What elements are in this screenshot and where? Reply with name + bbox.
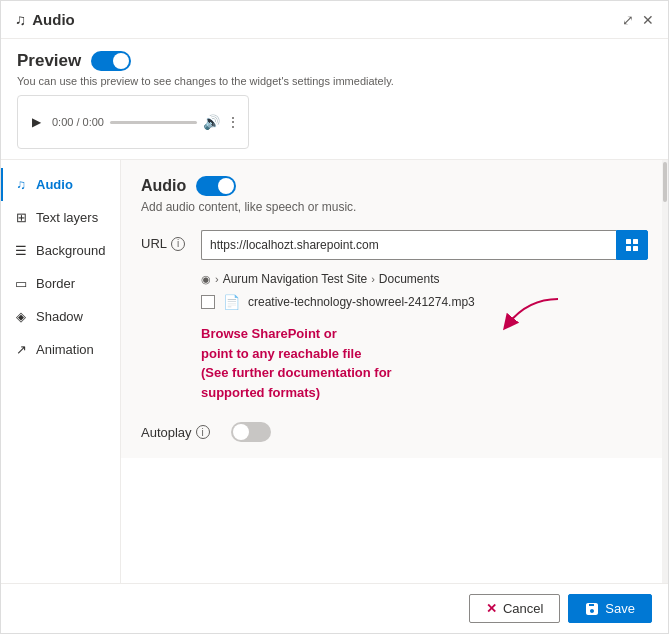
sidebar-item-shadow[interactable]: ◈ Shadow: [1, 300, 120, 333]
breadcrumb-folder[interactable]: Documents: [379, 272, 440, 286]
play-button[interactable]: ▶: [26, 112, 46, 132]
annotation-arrow: [488, 294, 568, 337]
file-row: 📄 creative-technology-showreel-241274.mp…: [201, 294, 648, 310]
panel-title-row: Audio: [141, 176, 648, 196]
preview-title-row: Preview: [17, 51, 652, 71]
svg-rect-3: [633, 246, 638, 251]
audio-panel-toggle[interactable]: [196, 176, 236, 196]
annotation-line-2: point to any reachable file: [201, 344, 648, 364]
modal-title-text: Audio: [32, 11, 75, 28]
modal-header-actions: ⤢ ✕: [622, 12, 654, 28]
sidebar-item-border[interactable]: ▭ Border: [1, 267, 120, 300]
panel-title: Audio: [141, 177, 186, 195]
close-icon[interactable]: ✕: [642, 12, 654, 28]
background-sidebar-icon: ☰: [13, 243, 29, 258]
cancel-x-icon: ✕: [486, 601, 497, 616]
panel-wrapper: Audio Add audio content, like speech or …: [121, 160, 668, 583]
panel-subtitle: Add audio content, like speech or music.: [141, 200, 648, 214]
modal-header: ♫ Audio ⤢ ✕: [1, 1, 668, 39]
sidebar-item-border-label: Border: [36, 276, 75, 291]
sidebar-item-shadow-label: Shadow: [36, 309, 83, 324]
modal-title: ♫ Audio: [15, 11, 75, 28]
shadow-sidebar-icon: ◈: [13, 309, 29, 324]
url-browse-button[interactable]: [616, 230, 648, 260]
file-name: creative-technology-showreel-241274.mp3: [248, 295, 475, 309]
autoplay-label: Autoplay i: [141, 425, 221, 440]
file-checkbox[interactable]: [201, 295, 215, 309]
scrollbar-track: [662, 160, 668, 583]
save-label: Save: [605, 601, 635, 616]
more-options-icon[interactable]: ⋮: [226, 114, 240, 130]
settings-panel: Audio Add audio content, like speech or …: [121, 160, 668, 458]
sidebar-item-text-layers[interactable]: ⊞ Text layers: [1, 201, 120, 234]
audio-sidebar-icon: ♫: [13, 177, 29, 192]
breadcrumb-chevron-2: ›: [371, 273, 375, 285]
animation-sidebar-icon: ↗: [13, 342, 29, 357]
preview-toggle[interactable]: [91, 51, 131, 71]
scrollbar-thumb[interactable]: [663, 162, 667, 202]
url-form-row: URL i: [141, 230, 648, 260]
browse-icon: [624, 237, 640, 253]
sidebar-item-audio-label: Audio: [36, 177, 73, 192]
breadcrumb-site-name[interactable]: Aurum Navigation Test Site: [223, 272, 368, 286]
autoplay-info-icon[interactable]: i: [196, 425, 210, 439]
main-content: ♫ Audio ⊞ Text layers ☰ Background ▭ Bor…: [1, 160, 668, 583]
sidebar-item-animation-label: Animation: [36, 342, 94, 357]
modal-footer: ✕ Cancel Save: [1, 583, 668, 633]
sidebar-item-background[interactable]: ☰ Background: [1, 234, 120, 267]
sidebar-item-animation[interactable]: ↗ Animation: [1, 333, 120, 366]
cancel-button[interactable]: ✕ Cancel: [469, 594, 560, 623]
preview-section: Preview You can use this preview to see …: [1, 39, 668, 160]
annotation-line-4: supported formats): [201, 383, 648, 403]
sidebar: ♫ Audio ⊞ Text layers ☰ Background ▭ Bor…: [1, 160, 121, 583]
save-icon: [585, 602, 599, 616]
annotation-container: Browse SharePoint or point to any reacha…: [201, 324, 648, 402]
sidebar-item-background-label: Background: [36, 243, 105, 258]
svg-rect-2: [626, 246, 631, 251]
border-sidebar-icon: ▭: [13, 276, 29, 291]
audio-title-icon: ♫: [15, 11, 26, 28]
expand-icon[interactable]: ⤢: [622, 12, 634, 28]
time-display: 0:00 / 0:00: [52, 116, 104, 128]
svg-rect-1: [633, 239, 638, 244]
modal-container: ♫ Audio ⤢ ✕ Preview You can use this pre…: [0, 0, 669, 634]
url-info-icon[interactable]: i: [171, 237, 185, 251]
breadcrumb-row: ◉ › Aurum Navigation Test Site › Documen…: [201, 272, 648, 286]
url-label: URL i: [141, 230, 191, 251]
preview-title: Preview: [17, 51, 81, 71]
text-layers-sidebar-icon: ⊞: [13, 210, 29, 225]
preview-subtitle: You can use this preview to see changes …: [17, 75, 652, 87]
volume-icon[interactable]: 🔊: [203, 114, 220, 130]
sidebar-item-audio[interactable]: ♫ Audio: [1, 168, 120, 201]
annotation-line-3: (See further documentation for: [201, 363, 648, 383]
sidebar-item-text-layers-label: Text layers: [36, 210, 98, 225]
cancel-label: Cancel: [503, 601, 543, 616]
annotation-line-1: Browse SharePoint or: [201, 324, 648, 344]
file-icon: 📄: [223, 294, 240, 310]
progress-bar[interactable]: [110, 121, 197, 124]
breadcrumb-chevron-1: ›: [215, 273, 219, 285]
autoplay-toggle[interactable]: [231, 422, 271, 442]
svg-rect-0: [626, 239, 631, 244]
breadcrumb-site-icon: ◉: [201, 273, 211, 286]
audio-player: ▶ 0:00 / 0:00 🔊 ⋮: [17, 95, 249, 149]
annotation-text: Browse SharePoint or point to any reacha…: [201, 324, 648, 402]
autoplay-row: Autoplay i: [141, 422, 648, 442]
url-input-wrapper: [201, 230, 648, 260]
url-input[interactable]: [201, 230, 616, 260]
save-button[interactable]: Save: [568, 594, 652, 623]
